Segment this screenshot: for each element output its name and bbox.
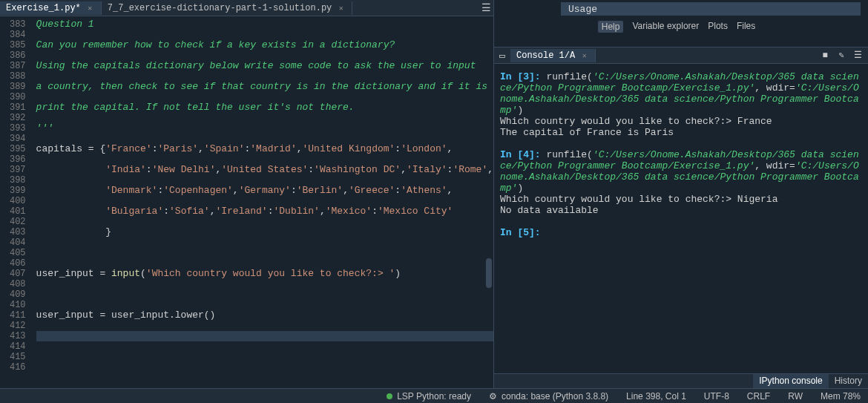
usage-bar: Usage	[561, 2, 861, 16]
status-bar: LSP Python: ready ⚙ conda: base (Python …	[0, 388, 868, 403]
tab-help[interactable]: Help	[598, 21, 624, 33]
gear-icon: ⚙	[489, 391, 497, 402]
status-dot-icon	[387, 393, 392, 399]
editor-tab-active[interactable]: Exercise_1.py* ✕	[0, 1, 102, 15]
console-output[interactable]: In [3]: runfile('C:/Users/Onome.Ashakah/…	[494, 64, 868, 373]
clear-icon[interactable]: ✎	[835, 50, 847, 62]
console-tab-label: Console 1/A	[516, 50, 575, 61]
code-area[interactable]: Question 1 Can you remember how to check…	[32, 16, 493, 388]
close-icon[interactable]: ✕	[336, 3, 346, 13]
stop-icon[interactable]: ■	[819, 50, 831, 62]
console-tab-bar: ▭ Console 1/A ✕ ■ ✎ ☰	[494, 47, 868, 64]
tab-history[interactable]: History	[829, 374, 868, 388]
editor-tab-bar: Exercise_1.py* ✕ 7_7_exercise-dictionary…	[0, 0, 493, 16]
new-console-icon[interactable]: ▭	[494, 50, 510, 62]
close-icon[interactable]: ✕	[579, 50, 589, 60]
tab-label: 7_7_exercise-dictionary-part-1-solution.…	[108, 3, 332, 13]
menu-icon[interactable]: ☰	[479, 1, 493, 14]
tab-ipython-console[interactable]: IPython console	[753, 374, 828, 388]
code-editor[interactable]: 3833843853863873883893903913923933943953…	[0, 16, 493, 388]
status-lsp[interactable]: LSP Python: ready	[387, 391, 471, 402]
console-tab[interactable]: Console 1/A ✕	[510, 49, 596, 62]
pane-tabs: Help Variable explorer Plots Files	[591, 18, 772, 36]
status-conda[interactable]: ⚙ conda: base (Python 3.8.8)	[489, 391, 608, 402]
status-cursor[interactable]: Line 398, Col 1	[626, 391, 686, 402]
tab-label: Exercise_1.py*	[6, 3, 81, 13]
tab-plots[interactable]: Plots	[708, 21, 728, 33]
close-icon[interactable]: ✕	[85, 3, 95, 13]
usage-label: Usage	[568, 4, 597, 15]
editor-scrollbar[interactable]	[486, 16, 492, 388]
tab-variable-explorer[interactable]: Variable explorer	[632, 21, 699, 33]
menu-icon[interactable]: ☰	[852, 50, 864, 62]
line-gutter: 3833843853863873883893903913923933943953…	[0, 16, 32, 388]
status-rw[interactable]: RW	[788, 391, 803, 402]
status-mem[interactable]: Mem 78%	[821, 391, 861, 402]
scroll-thumb[interactable]	[486, 258, 492, 288]
bottom-pane-tabs: IPython console History	[494, 373, 868, 388]
status-encoding[interactable]: UTF-8	[704, 391, 729, 402]
status-eol[interactable]: CRLF	[747, 391, 770, 402]
editor-tab[interactable]: 7_7_exercise-dictionary-part-1-solution.…	[102, 1, 352, 15]
tab-files[interactable]: Files	[737, 21, 755, 33]
